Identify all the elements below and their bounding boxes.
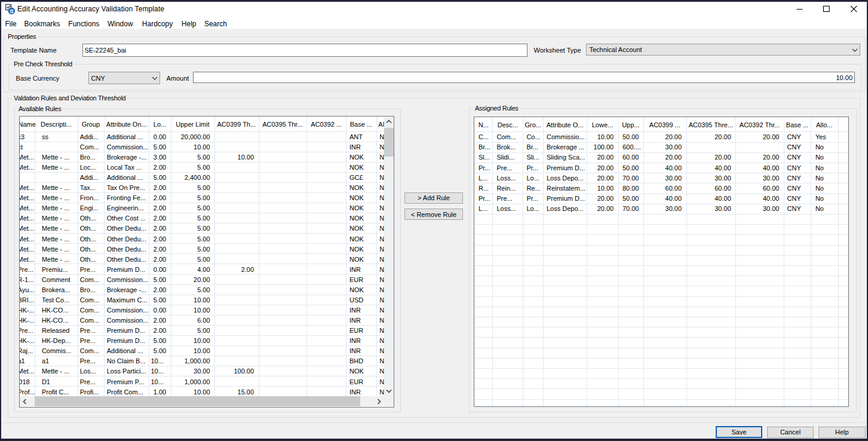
svg-text:S: S [10, 8, 13, 14]
